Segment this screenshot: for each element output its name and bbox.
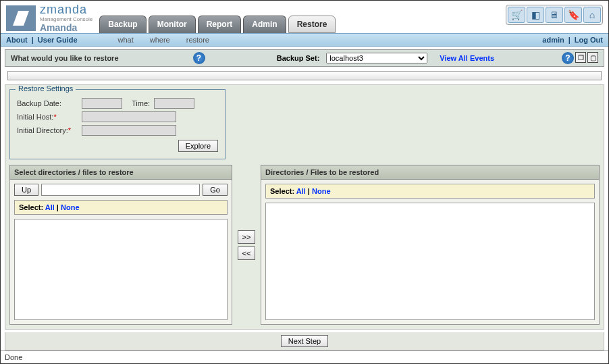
target-file-list[interactable] (265, 203, 595, 320)
remove-button[interactable]: << (238, 246, 255, 260)
backup-date-field[interactable] (82, 98, 122, 109)
monitor-icon[interactable]: 🖥 (546, 7, 563, 23)
select-label: Select: (19, 203, 43, 211)
crumb-restore[interactable]: restore (186, 36, 209, 44)
select-bar-left: Select: All | None (14, 200, 228, 215)
initial-directory-label: Initial Directory:* (17, 126, 78, 134)
separator: | (57, 203, 59, 211)
select-label: Select: (270, 187, 294, 195)
select-none-right[interactable]: None (312, 187, 331, 195)
tag-icon[interactable]: 🔖 (564, 7, 582, 23)
header-toolbar: 🛒 ◧ 🖥 🔖 ⌂ (506, 5, 603, 25)
restore-settings-legend: Restore Settings (16, 84, 76, 93)
separator: | (568, 36, 571, 44)
tab-monitor[interactable]: Monitor (149, 16, 196, 33)
cart-icon[interactable]: 🛒 (508, 7, 525, 23)
brand-name: zmanda (40, 3, 92, 17)
brand-product: Amanda (40, 23, 92, 33)
view-all-events-link[interactable]: View All Events (440, 54, 494, 62)
select-none-left[interactable]: None (61, 203, 80, 211)
help-icon-2[interactable]: ? (562, 52, 574, 64)
page-title: What would you like to restore (11, 54, 119, 62)
select-all-left[interactable]: All (45, 203, 55, 211)
progress-bar (7, 71, 602, 80)
crumb-where[interactable]: where (150, 36, 170, 44)
separator: | (32, 36, 34, 44)
backup-date-label: Backup Date: (17, 99, 78, 107)
tab-restore[interactable]: Restore (288, 16, 336, 33)
initial-directory-field[interactable] (82, 125, 176, 136)
source-file-list[interactable] (14, 219, 228, 320)
tab-admin[interactable]: Admin (243, 16, 286, 33)
device-icon[interactable]: ◧ (527, 7, 544, 23)
explore-button[interactable]: Explore (178, 140, 218, 152)
initial-host-label: Initial Host:* (17, 113, 78, 121)
logo-icon (6, 5, 36, 31)
about-link[interactable]: About (6, 36, 28, 44)
logout-link[interactable]: Log Out (575, 36, 603, 44)
window-restore-icon[interactable]: ❐ (575, 52, 586, 63)
home-icon[interactable]: ⌂ (583, 7, 601, 23)
tab-backup[interactable]: Backup (99, 16, 146, 33)
add-button[interactable]: >> (238, 230, 255, 244)
main-tabs: Backup Monitor Report Admin Restore (99, 16, 336, 33)
backup-set-label: Backup Set: (277, 54, 320, 62)
user-guide-link[interactable]: User Guide (38, 36, 78, 44)
next-step-button[interactable]: Next Step (281, 335, 328, 347)
select-bar-right: Select: All | None (265, 184, 595, 199)
go-button[interactable]: Go (203, 184, 228, 196)
path-input[interactable] (41, 184, 200, 196)
time-label: Time: (132, 99, 150, 107)
tab-report[interactable]: Report (198, 16, 242, 33)
initial-host-field[interactable] (82, 111, 176, 122)
status-bar: Done (1, 350, 608, 363)
backup-set-select[interactable]: localhost3 (326, 53, 427, 63)
time-field[interactable] (154, 98, 194, 109)
target-files-header: Directories / Files to be restored (261, 165, 600, 180)
select-files-header: Select directories / files to restore (9, 165, 232, 180)
up-button[interactable]: Up (14, 184, 38, 196)
crumb-what[interactable]: what (118, 36, 134, 44)
window-maximize-icon[interactable]: ▢ (587, 52, 598, 63)
help-icon[interactable]: ? (193, 52, 205, 64)
separator: | (308, 187, 310, 195)
select-all-right[interactable]: All (296, 187, 306, 195)
restore-settings-fieldset: Restore Settings Backup Date: Time: Init… (9, 89, 226, 159)
admin-link[interactable]: admin (542, 36, 564, 44)
logo-text: zmanda Management Console Amanda (40, 3, 92, 33)
